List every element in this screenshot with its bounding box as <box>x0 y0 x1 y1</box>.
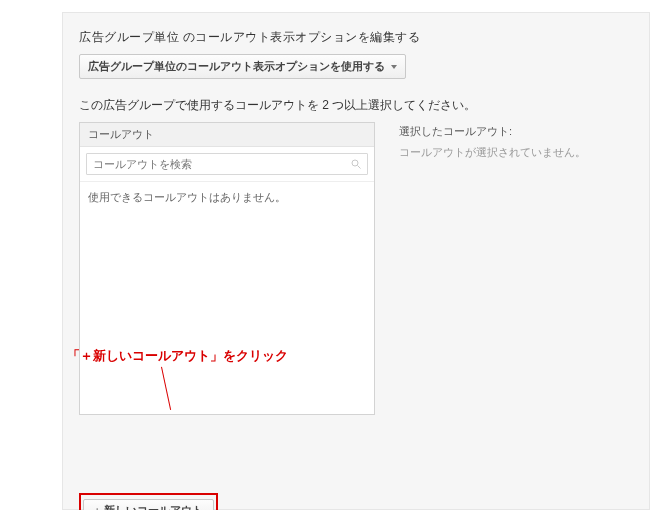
new-callout-label: 新しいコールアウト <box>104 503 203 510</box>
available-empty-message: 使用できるコールアウトはありません。 <box>88 191 286 203</box>
panel-heading: 広告グループ単位 のコールアウト表示オプションを編集する <box>79 29 633 46</box>
use-callout-dropdown[interactable]: 広告グループ単位のコールアウト表示オプションを使用する <box>79 54 406 79</box>
selected-list-title: 選択したコールアウト: <box>399 124 633 139</box>
instruction-text: この広告グループで使用するコールアウトを 2 つ以上選択してください。 <box>79 97 633 114</box>
annotation-highlight-box: + 新しいコールアウト <box>79 493 218 510</box>
plus-icon: + <box>94 505 100 511</box>
settings-panel: 広告グループ単位 のコールアウト表示オプションを編集する 広告グループ単位のコー… <box>62 12 650 510</box>
available-list-body: 使用できるコールアウトはありません。 <box>80 182 374 414</box>
available-list-header: コールアウト <box>80 123 374 147</box>
available-callouts-box: コールアウト 使用できるコールアウトはありません。 <box>79 122 375 415</box>
chevron-down-icon <box>391 65 397 69</box>
dropdown-label: 広告グループ単位のコールアウト表示オプションを使用する <box>88 59 385 74</box>
svg-line-1 <box>358 166 361 169</box>
new-callout-button[interactable]: + 新しいコールアウト <box>83 499 214 510</box>
search-icon <box>350 158 362 170</box>
svg-point-0 <box>352 160 358 166</box>
search-input[interactable] <box>86 153 368 175</box>
selected-empty-message: コールアウトが選択されていません。 <box>399 145 633 160</box>
